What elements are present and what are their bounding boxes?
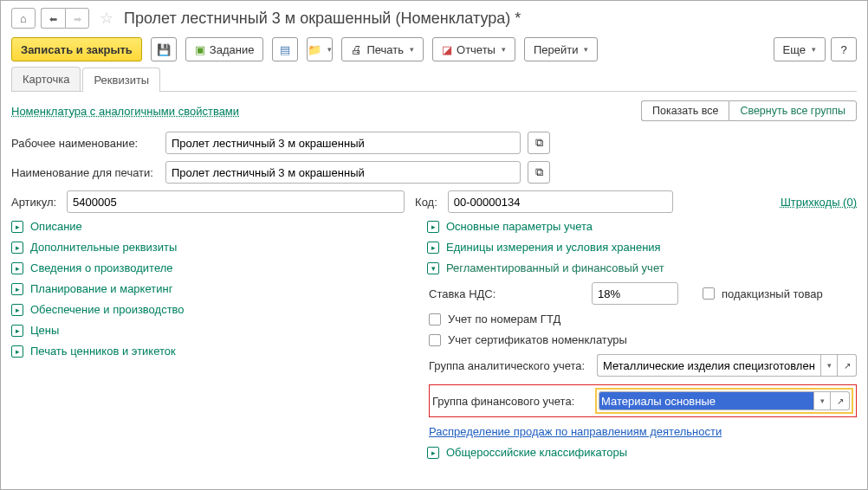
folder-button[interactable]: 📁▾ <box>307 37 333 61</box>
group-planning[interactable]: ▸Планирование и маркетинг <box>11 282 392 295</box>
show-all-button[interactable]: Показать все <box>641 100 729 121</box>
task-button[interactable]: ▣Задание <box>185 37 264 61</box>
collapse-all-button[interactable]: Свернуть все группы <box>729 100 857 121</box>
group-main-params[interactable]: ▸Основные параметры учета <box>427 220 857 233</box>
kod-input[interactable] <box>448 190 673 213</box>
analyt-input[interactable] <box>597 354 820 377</box>
tab-card[interactable]: Карточка <box>11 67 81 91</box>
group-regfin[interactable]: ▾Регламентированный и финансовый учет <box>427 261 857 274</box>
sales-distribution-link[interactable]: Распределение продаж по направлениям дея… <box>429 425 857 438</box>
star-icon[interactable]: ☆ <box>100 9 113 28</box>
group-prices[interactable]: ▸Цены <box>11 324 392 337</box>
group-production[interactable]: ▸Обеспечение и производство <box>11 303 392 316</box>
fin-label: Группа финансового учета: <box>432 395 588 408</box>
kod-label: Код: <box>415 196 437 209</box>
back-button[interactable] <box>41 8 65 29</box>
group-classifiers[interactable]: ▸Общероссийские классификаторы <box>427 446 857 459</box>
gtd-label: Учет по номерам ГТД <box>448 313 560 326</box>
cert-label: Учет сертификатов номенклатуры <box>448 333 627 346</box>
help-button[interactable]: ? <box>831 37 857 61</box>
print-button[interactable]: 🖨Печать▾ <box>341 37 424 61</box>
artikul-input[interactable] <box>67 190 405 213</box>
fin-dropdown[interactable]: ▾ <box>813 391 831 410</box>
print-name-input[interactable] <box>165 161 521 184</box>
work-name-input[interactable] <box>165 132 521 154</box>
nds-input[interactable] <box>592 282 678 305</box>
barcodes-link[interactable]: Штрихкоды (0) <box>781 196 857 209</box>
nds-label: Ставка НДС: <box>429 287 585 300</box>
cert-checkbox[interactable] <box>429 334 441 346</box>
list-button[interactable]: ▤ <box>272 37 298 61</box>
artikul-label: Артикул: <box>11 196 56 209</box>
copy-print-button[interactable]: ⧉ <box>528 161 550 184</box>
group-additional-req[interactable]: ▸Дополнительные реквизиты <box>11 241 392 254</box>
gtd-checkbox[interactable] <box>429 313 441 326</box>
more-button[interactable]: Еще▾ <box>774 37 826 61</box>
forward-button[interactable] <box>65 8 89 29</box>
similar-link[interactable]: Номенклатура с аналогичными свойствами <box>11 105 239 118</box>
work-name-label: Рабочее наименование: <box>11 137 159 150</box>
analyt-open[interactable]: ↗ <box>838 354 857 377</box>
goto-button[interactable]: Перейти▾ <box>524 37 599 61</box>
analyt-label: Группа аналитического учета: <box>429 359 590 372</box>
analyt-dropdown[interactable]: ▾ <box>820 354 838 377</box>
copy-name-button[interactable]: ⧉ <box>528 132 550 154</box>
reports-button[interactable]: ◪Отчеты▾ <box>432 37 515 61</box>
page-title: Пролет лестничный 3 м окрашенный (Номенк… <box>124 10 521 28</box>
fin-open[interactable]: ↗ <box>831 391 850 410</box>
group-units[interactable]: ▸Единицы измерения и условия хранения <box>427 241 857 254</box>
save-button[interactable]: 💾 <box>151 37 177 61</box>
print-name-label: Наименование для печати: <box>11 166 159 179</box>
excise-label: подакцизный товар <box>722 287 823 300</box>
fin-input[interactable]: Материалы основные <box>599 391 813 410</box>
home-button[interactable] <box>11 8 36 29</box>
group-description[interactable]: ▸Описание <box>11 220 392 233</box>
tab-requisites[interactable]: Реквизиты <box>82 68 160 92</box>
group-labels[interactable]: ▸Печать ценников и этикеток <box>11 345 392 358</box>
save-close-button[interactable]: Записать и закрыть <box>11 37 142 61</box>
excise-checkbox[interactable] <box>703 287 715 300</box>
group-maker[interactable]: ▸Сведения о производителе <box>11 261 392 274</box>
